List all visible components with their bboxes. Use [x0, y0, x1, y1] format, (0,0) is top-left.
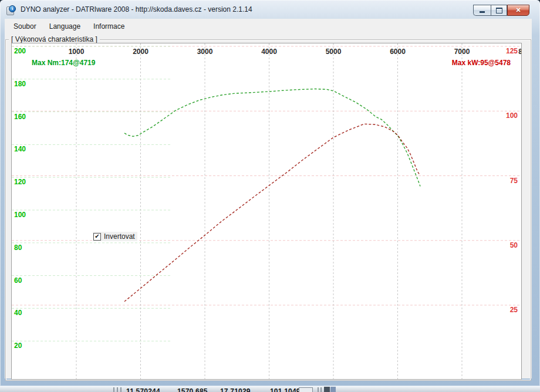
grip-bar [113, 387, 114, 392]
client-area: Soubor Language Informace [ Výkonová cha… [5, 19, 532, 379]
power-tick-label: 100 [506, 111, 518, 120]
power-tick-label: 75 [510, 177, 518, 185]
status-segment [330, 387, 336, 392]
grip-bar [120, 387, 122, 392]
status-value: 101.1049 [270, 387, 301, 392]
separator [318, 387, 319, 392]
torque-tick-label: 180 [14, 80, 26, 88]
app-window: i DYNO analyzer - DATRIware 2008 - http:… [0, 0, 540, 386]
titlebar[interactable]: i DYNO analyzer - DATRIware 2008 - http:… [1, 1, 539, 19]
checkbox-check-icon[interactable]: ✔ [93, 233, 101, 241]
max-power-label: Max kW:95@5478 [452, 59, 511, 67]
menu-language[interactable]: Language [43, 21, 87, 32]
dyno-chart-svg: 1000200030004000500060007000800020018016… [12, 43, 521, 379]
torque-tick-label: 200 [14, 47, 26, 55]
status-value: 11.570244 [126, 387, 160, 392]
torque-tick-label: 120 [14, 178, 26, 186]
invertovat-checkbox[interactable]: ✔ Invertovat [93, 232, 137, 241]
rpm-tick-label: 4000 [261, 48, 277, 56]
info-icon: i [9, 5, 16, 12]
background-window-fragment[interactable]: 11.570244 1570.685 17.71029 101.1049 [0, 386, 540, 392]
groupbox-title: [ Výkonová charakteristika ] [9, 35, 100, 43]
app-icon: i [6, 5, 16, 14]
power-tick-label: 25 [510, 306, 518, 314]
power-tick-label: 125 [506, 47, 518, 55]
window-title: DYNO analyzer - DATRIware 2008 - http://… [21, 1, 252, 19]
separator [320, 387, 322, 392]
torque-tick-label: 40 [14, 309, 22, 317]
invertovat-label: Invertovat [104, 232, 135, 241]
rpm-tick-label: 6000 [390, 48, 406, 56]
caption-buttons: ✕ [473, 5, 529, 16]
maximize-button[interactable] [491, 5, 507, 16]
status-value: 1570.685 [177, 387, 208, 392]
torque-tick-label: 80 [14, 244, 22, 252]
rpm-tick-label: 5000 [326, 48, 342, 56]
status-segment [324, 387, 330, 392]
close-button[interactable]: ✕ [507, 5, 529, 16]
dyno-chart: 1000200030004000500060007000800020018016… [11, 43, 522, 380]
rpm-tick-label: 7000 [454, 48, 470, 56]
torque-tick-label: 160 [14, 113, 26, 121]
rpm-tick-label: 1000 [69, 48, 85, 56]
menu-bar: Soubor Language Informace [5, 19, 532, 33]
torque-tick-label: 60 [14, 276, 22, 285]
menu-soubor[interactable]: Soubor [7, 21, 43, 32]
max-torque-label: Max Nm:174@4719 [32, 59, 96, 67]
menu-informace[interactable]: Informace [87, 21, 131, 32]
rpm-tick-label: 3000 [197, 48, 213, 56]
close-icon: ✕ [515, 6, 521, 14]
power-tick-label: 50 [510, 241, 518, 249]
torque-tick-label: 20 [14, 342, 22, 350]
torque-tick-label: 100 [14, 211, 26, 219]
power-curve [124, 124, 420, 302]
status-control [299, 387, 313, 392]
rpm-tick-label: 2000 [133, 48, 148, 56]
minimize-button[interactable] [473, 5, 491, 16]
grip-bar [117, 387, 118, 392]
torque-curve [124, 89, 420, 187]
status-value: 17.71029 [220, 387, 251, 392]
rpm-tick-label: 8000 [518, 48, 521, 56]
maximize-icon [496, 8, 502, 13]
check-mark: ✔ [95, 234, 99, 239]
minimize-icon [480, 11, 485, 13]
torque-tick-label: 140 [14, 145, 26, 153]
